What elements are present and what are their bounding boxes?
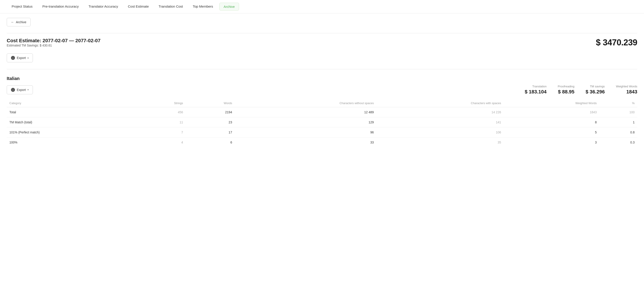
italian-data-table: Category Strings Words Characters withou… [7, 99, 637, 147]
cost-estimate-total-value: $ 3470.239 [596, 38, 637, 47]
col-header-weighted-words: Weighted Words [504, 99, 600, 107]
table-row: TM Match (total)112312914181 [7, 117, 637, 127]
tm-savings-text: Estimated TM Savings: $ 430.61 [7, 43, 100, 47]
chevron-down-icon-section: ▾ [28, 88, 28, 91]
nav-item-top-members[interactable]: Top Members [188, 0, 218, 13]
table-cell: 100 [600, 107, 637, 117]
main-content: ← Archive Cost Estimate: 2077-02-07 — 20… [0, 13, 644, 152]
table-cell: 6 [186, 137, 235, 147]
archive-back-label: Archive [16, 20, 26, 24]
stat-tm-savings-label: TM savings [586, 85, 605, 88]
nav-item-project-status[interactable]: Project Status [7, 0, 37, 13]
col-header-chars-with-spaces: Characters with spaces [376, 99, 504, 107]
export-button-section[interactable]: ↓ Export ▾ [7, 85, 33, 94]
table-cell: Total [7, 107, 134, 117]
table-cell: 101% (Perfect match) [7, 127, 134, 137]
export-icon: ↓ [11, 56, 15, 60]
table-cell: 33 [235, 137, 376, 147]
stat-weighted-words: Weighted Words 1843 [616, 85, 637, 95]
table-cell: 100% [7, 137, 134, 147]
table-row: Total456219412 48914 2261843100 [7, 107, 637, 117]
top-navigation: Project Status Pre-translation Accuracy … [0, 0, 644, 13]
col-header-percent: % [600, 99, 637, 107]
table-cell: 1843 [504, 107, 600, 117]
table-header-row: Category Strings Words Characters withou… [7, 99, 637, 107]
table-cell: 96 [235, 127, 376, 137]
table-cell: 106 [376, 127, 504, 137]
divider-2 [7, 69, 637, 69]
stat-proofreading-value: $ 88.95 [558, 89, 574, 94]
cost-estimate-header: Cost Estimate: 2077-02-07 — 2077-02-07 E… [7, 38, 637, 51]
italian-section: Italian ↓ Export ▾ Translation $ 183.104… [7, 76, 637, 147]
nav-item-translation-cost[interactable]: Translation Cost [154, 0, 188, 13]
col-header-words: Words [186, 99, 235, 107]
table-cell: 12 489 [235, 107, 376, 117]
chevron-down-icon: ▾ [28, 57, 28, 59]
table-cell: 35 [376, 137, 504, 147]
divider-1 [7, 33, 637, 33]
table-cell: 456 [134, 107, 186, 117]
table-cell: 3 [504, 137, 600, 147]
archive-back-button[interactable]: ← Archive [7, 18, 31, 26]
col-header-category: Category [7, 99, 134, 107]
table-cell: 4 [134, 137, 186, 147]
table-cell: 0.8 [600, 127, 637, 137]
nav-item-archive[interactable]: Archive [219, 3, 239, 10]
export-section-label: Export [17, 88, 26, 92]
section-title-italian: Italian [7, 76, 637, 81]
col-header-strings: Strings [134, 99, 186, 107]
table-cell: 8 [504, 117, 600, 127]
stat-tm-savings-value: $ 36.296 [586, 89, 605, 94]
table-cell: 129 [235, 117, 376, 127]
stat-proofreading-label: Proofreading [558, 85, 574, 88]
stat-weighted-words-value: 1843 [626, 89, 637, 94]
stat-proofreading: Proofreading $ 88.95 [558, 85, 574, 95]
col-header-chars-no-spaces: Characters without spaces [235, 99, 376, 107]
stat-translation-label: Translation [524, 85, 546, 88]
table-cell: 7 [134, 127, 186, 137]
stat-translation: Translation $ 183.104 [524, 85, 546, 95]
table-cell: 0.3 [600, 137, 637, 147]
arrow-left-icon: ← [11, 20, 14, 24]
table-cell: 11 [134, 117, 186, 127]
table-cell: 17 [186, 127, 235, 137]
table-row: 100%46333530.3 [7, 137, 637, 147]
table-cell: 5 [504, 127, 600, 137]
export-icon-section: ↓ [11, 88, 15, 92]
cost-estimate-title: Cost Estimate: 2077-02-07 — 2077-02-07 [7, 38, 100, 43]
cost-estimate-title-block: Cost Estimate: 2077-02-07 — 2077-02-07 E… [7, 38, 100, 51]
stat-tm-savings: TM savings $ 36.296 [586, 85, 605, 95]
nav-item-translator-accuracy[interactable]: Translator Accuracy [84, 0, 123, 13]
stat-weighted-words-label: Weighted Words [616, 85, 637, 88]
table-cell: 141 [376, 117, 504, 127]
export-button-top[interactable]: ↓ Export ▾ [7, 53, 33, 62]
stat-translation-value: $ 183.104 [524, 89, 546, 94]
table-cell: 23 [186, 117, 235, 127]
table-cell: 14 226 [376, 107, 504, 117]
section-stats: Translation $ 183.104 Proofreading $ 88.… [524, 85, 637, 95]
section-export-row: ↓ Export ▾ Translation $ 183.104 Proofre… [7, 85, 637, 95]
table-cell: 1 [600, 117, 637, 127]
nav-item-cost-estimate[interactable]: Cost Estimate [123, 0, 154, 13]
export-label: Export [17, 56, 26, 60]
table-cell: TM Match (total) [7, 117, 134, 127]
table-row: 101% (Perfect match)7179610650.8 [7, 127, 637, 137]
nav-item-pre-translation-accuracy[interactable]: Pre-translation Accuracy [37, 0, 84, 13]
table-cell: 2194 [186, 107, 235, 117]
